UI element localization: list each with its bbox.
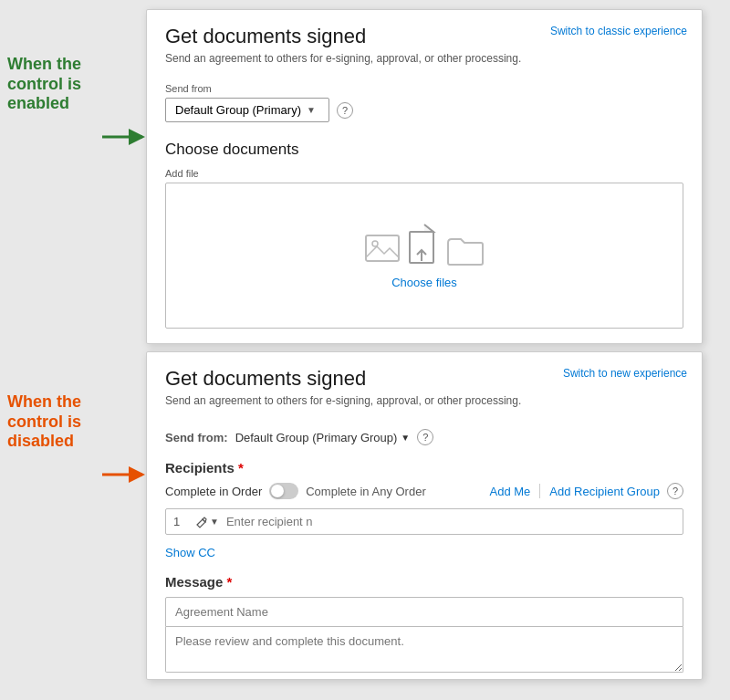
send-from-section-top: Send from Default Group (Primary) ▼ ?	[147, 83, 702, 133]
send-from-row-bottom: Send from: Default Group (Primary Group)…	[147, 425, 702, 453]
recipient-number: 1	[173, 515, 188, 528]
recipient-row: 1 ▼	[165, 508, 683, 535]
recipient-type-icon[interactable]: ▼	[195, 516, 219, 528]
arrow-disabled-icon	[102, 465, 148, 486]
panel-bottom-header: Get documents signed Send an agreement t…	[147, 352, 702, 425]
recipients-title: Recipients *	[165, 460, 683, 475]
arrow-enabled-icon	[102, 128, 148, 149]
choose-files-link[interactable]: Choose files	[391, 276, 457, 289]
annotation-disabled-label: When the control is disabled	[7, 392, 81, 452]
choose-documents-title: Choose documents	[147, 133, 702, 164]
switch-to-classic-link[interactable]: Switch to classic experience	[550, 25, 687, 37]
toggle-knob	[271, 485, 284, 497]
message-title: Message *	[165, 574, 683, 590]
help-icon-bottom[interactable]: ?	[417, 429, 433, 445]
panel-top-header: Get documents signed Send an agreement t…	[147, 10, 702, 83]
recipient-chevron: ▼	[210, 517, 219, 527]
add-file-label: Add file	[165, 168, 683, 179]
dropdown-chevron-bottom: ▼	[401, 433, 410, 443]
send-from-dropdown-bottom[interactable]: Default Group (Primary Group) ▼	[235, 431, 411, 444]
required-star-recipients: *	[238, 460, 244, 475]
switch-to-new-link[interactable]: Switch to new experience	[563, 367, 687, 380]
help-icon-recipients[interactable]: ?	[667, 483, 683, 499]
folder-icon	[446, 235, 485, 266]
complete-order-toggle[interactable]	[269, 483, 298, 499]
panel-bottom-subtitle: Send an agreement to others for e-signin…	[165, 394, 683, 407]
complete-order-label: Complete in Order	[165, 485, 262, 498]
any-order-label: Complete in Any Order	[306, 485, 426, 498]
svg-rect-4	[366, 235, 399, 261]
file-upload-icons	[364, 223, 485, 266]
send-from-label-top: Send from	[165, 83, 683, 94]
annotation-enabled-label: When the control is enabled	[7, 55, 81, 114]
required-star-message: *	[227, 574, 233, 590]
panel-bottom: Get documents signed Send an agreement t…	[146, 351, 703, 680]
recipient-input[interactable]	[226, 515, 675, 528]
message-textarea[interactable]	[165, 627, 683, 673]
dropdown-chevron-top: ▼	[307, 105, 316, 115]
show-cc-link[interactable]: Show CC	[147, 546, 702, 567]
add-file-section: Add file	[147, 164, 702, 343]
send-from-label-bottom: Send from:	[165, 431, 228, 444]
message-section: Message *	[147, 567, 702, 679]
panel-top-subtitle: Send an agreement to others for e-signin…	[165, 52, 683, 65]
send-from-dropdown-top[interactable]: Default Group (Primary) ▼	[165, 98, 329, 122]
recipients-section: Recipients * Complete in Order Complete …	[147, 453, 702, 546]
agreement-name-input[interactable]	[165, 597, 683, 627]
separator-line	[539, 484, 540, 498]
add-me-link[interactable]: Add Me	[490, 485, 531, 498]
upload-icon	[408, 223, 443, 266]
file-upload-box[interactable]: Choose files	[165, 183, 683, 329]
panel-top: Get documents signed Send an agreement t…	[146, 9, 703, 344]
send-from-row-top: Default Group (Primary) ▼ ?	[165, 98, 683, 122]
help-icon-top[interactable]: ?	[337, 102, 353, 119]
add-recipient-group-link[interactable]: Add Recipient Group	[549, 485, 660, 498]
complete-order-row: Complete in Order Complete in Any Order …	[165, 483, 683, 499]
image-icon	[364, 232, 404, 266]
pen-icon	[195, 516, 208, 528]
